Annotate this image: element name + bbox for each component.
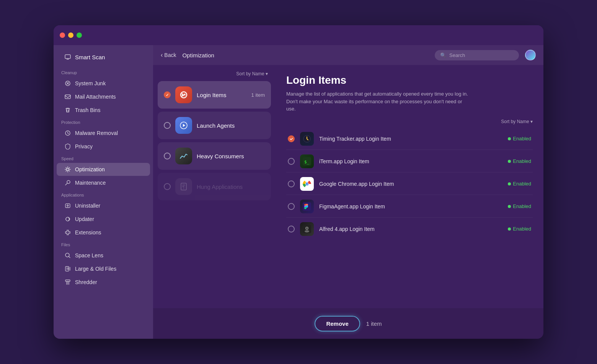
smart-scan-icon [64,54,71,60]
login-items-name: Login Items [197,92,247,98]
heavy-consumers-radio[interactable] [164,153,171,159]
main-content: ‹ Back Optimization 🔍 Sort by Name ▾ [153,45,543,339]
maintenance-label: Maintenance [75,180,106,186]
heavy-consumers-icon [175,148,192,164]
large-files-icon [64,265,71,272]
list-panel: Sort by Name ▾ ✓ [153,65,276,308]
trash-icon [64,107,71,114]
sidebar-item-maintenance[interactable]: Maintenance [57,176,150,189]
sidebar: Smart Scan Cleanup System Junk [54,45,153,339]
system-junk-label: System Junk [75,80,106,86]
iterm-status-label: Enabled [513,158,531,164]
timing-tracker-radio[interactable] [288,135,295,142]
item-count: 1 item [366,320,382,327]
svg-point-21 [306,183,308,185]
chrome-radio[interactable] [288,180,295,187]
alfred-radio[interactable] [288,226,295,232]
hung-apps-radio[interactable] [164,183,171,190]
svg-point-5 [67,168,69,171]
svg-rect-9 [65,280,70,281]
sidebar-item-trash-bins[interactable]: Trash Bins [57,104,150,117]
mail-attachments-label: Mail Attachments [75,94,116,100]
close-button[interactable] [60,32,65,38]
sidebar-section-cleanup: Cleanup [54,67,153,76]
detail-sort-label[interactable]: Sort by Name ▾ [501,119,533,124]
large-old-files-label: Large & Old Files [75,266,116,272]
heavy-consumers-text: Heavy Consumers [197,153,265,159]
shredder-label: Shredder [75,279,97,285]
svg-rect-3 [65,95,70,99]
sidebar-item-uninstaller[interactable]: Uninstaller [57,199,150,212]
hung-apps-text: Hung Applications [197,184,265,190]
app-window: Smart Scan Cleanup System Junk [54,25,543,339]
timing-tracker-status: Enabled [508,136,531,141]
figma-status-label: Enabled [513,203,531,209]
sidebar-item-mail-attachments[interactable]: Mail Attachments [57,90,150,103]
hung-apps-name: Hung Applications [197,184,265,190]
iterm-name: iTerm.app Login Item [319,158,502,164]
sidebar-item-shredder[interactable]: Shredder [57,276,150,289]
privacy-label: Privacy [75,143,93,150]
timing-tracker-icon [300,132,314,146]
sidebar-item-updater[interactable]: Updater [57,213,150,226]
figma-icon [300,200,314,213]
topbar: ‹ Back Optimization 🔍 [153,45,543,65]
space-lens-icon [64,252,71,259]
chrome-status: Enabled [508,181,531,187]
middle-area: Sort by Name ▾ ✓ [153,65,543,308]
malware-icon [64,130,71,136]
alfred-status-label: Enabled [513,226,531,232]
login-item-figma: FigmaAgent.app Login Item Enabled [286,196,533,218]
user-avatar[interactable] [525,50,536,60]
launch-agents-icon [175,117,192,134]
sidebar-item-system-junk[interactable]: System Junk [57,77,150,90]
list-item-launch-agents[interactable]: Launch Agents [158,112,271,139]
sidebar-item-malware-removal[interactable]: Malware Removal [57,127,150,140]
sort-label[interactable]: Sort by Name ▾ [236,71,268,76]
login-item-timing-tracker: Timing Tracker.app Login Item Enabled [286,128,533,150]
login-items-count: 1 item [251,92,265,98]
svg-rect-0 [65,55,70,58]
sidebar-item-large-old-files[interactable]: Large & Old Files [57,262,150,275]
svg-point-31 [305,230,309,232]
back-button[interactable]: ‹ Back [161,52,176,58]
list-item-login-items[interactable]: ✓ Login Items [158,81,271,109]
list-item-hung-applications[interactable]: Hung Applications [158,173,271,200]
extensions-icon [64,229,71,236]
login-items-radio[interactable]: ✓ [164,91,171,98]
alfred-name: Alfred 4.app Login Item [319,226,502,232]
remove-button[interactable]: Remove [315,316,360,332]
sidebar-item-optimization[interactable]: Optimization [57,163,150,176]
minimize-button[interactable] [68,32,73,38]
list-item-heavy-consumers[interactable]: Heavy Consumers [158,142,271,170]
search-input[interactable] [449,52,511,58]
alfred-status: Enabled [508,226,531,232]
timing-tracker-status-dot [508,137,511,140]
checkmark-icon: ✓ [166,93,169,97]
fullscreen-button[interactable] [77,32,82,38]
sidebar-item-smart-scan[interactable]: Smart Scan [57,50,150,64]
iterm-radio[interactable] [288,158,295,165]
sidebar-section-protection: Protection [54,117,153,126]
smart-scan-label: Smart Scan [75,54,105,60]
sidebar-item-privacy[interactable]: Privacy [57,140,150,153]
alfred-status-dot [508,227,511,231]
figma-status: Enabled [508,203,531,209]
login-item-alfred: Alfred 4.app Login Item Enabled [286,218,533,240]
malware-removal-label: Malware Removal [75,130,118,136]
chrome-status-dot [508,182,511,185]
sort-row: Sort by Name ▾ [158,71,271,78]
system-junk-icon [64,80,71,87]
figma-radio[interactable] [288,203,295,210]
privacy-icon [64,143,71,150]
search-bar[interactable]: 🔍 [435,50,519,60]
back-label: Back [164,52,176,58]
launch-agents-text: Launch Agents [197,122,265,129]
launch-agents-radio[interactable] [164,122,171,129]
login-items-text: Login Items [197,92,247,98]
sidebar-item-space-lens[interactable]: Space Lens [57,249,150,262]
chrome-icon [300,177,314,191]
sidebar-section-files: Files [54,239,153,249]
sidebar-item-extensions[interactable]: Extensions [57,226,150,239]
maintenance-icon [64,179,71,186]
